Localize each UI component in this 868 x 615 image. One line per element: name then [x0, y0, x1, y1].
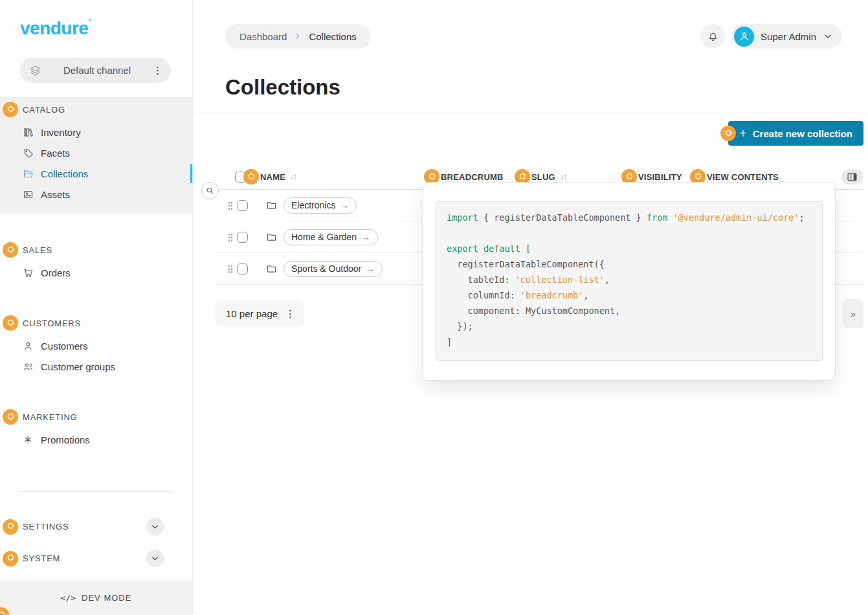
create-button-label: Create new collection — [753, 128, 852, 139]
page-title: Collections — [225, 74, 868, 101]
create-new-collection-button[interactable]: + Create new collection — [728, 121, 863, 146]
breadcrumb-current: Collections — [309, 31, 356, 42]
column-label: VIEW CONTENTS — [707, 172, 779, 182]
nav-section-sales: SALES Orders — [0, 238, 192, 283]
settings-collapse-button[interactable] — [146, 518, 164, 535]
dev-extension-badge[interactable] — [3, 242, 18, 258]
section-label: CATALOG — [23, 105, 65, 115]
sidebar-item-label: Facets — [41, 148, 70, 159]
sidebar-nav: CATALOG Inventory Facets Collections Ass… — [0, 97, 192, 572]
sidebar-item-assets[interactable]: Assets — [0, 184, 192, 205]
toolbar: + Create new collection — [194, 121, 863, 146]
dev-mode-code-popover: import { registerDataTableComponent } fr… — [423, 182, 836, 381]
plus-icon: + — [739, 126, 747, 141]
collection-name: Electronics — [291, 200, 335, 210]
chevron-down-icon — [150, 554, 160, 563]
column-label: SLUG — [531, 172, 555, 182]
sidebar-item-label: Collections — [41, 168, 88, 179]
users-icon — [23, 361, 34, 372]
folder-icon — [266, 232, 277, 243]
tag-icon — [23, 148, 34, 159]
user-name: Super Admin — [761, 31, 816, 42]
sort-icon[interactable]: ↓↑ — [560, 172, 566, 181]
collection-name: Home & Garden — [291, 232, 357, 242]
folder-icon — [266, 263, 277, 274]
section-label: SYSTEM — [23, 554, 60, 563]
breadcrumb: Dashboard Collections — [225, 24, 371, 49]
bell-icon — [707, 30, 719, 43]
kebab-icon[interactable]: ⋮ — [153, 65, 162, 75]
section-label: SETTINGS — [23, 522, 69, 531]
collection-link-chip[interactable]: Sports & Outdoor → — [284, 261, 383, 277]
dev-mode-toggle[interactable]: </> DEV MODE — [0, 581, 192, 615]
sidebar-item-facets[interactable]: Facets — [0, 142, 192, 163]
sidebar-item-inventory[interactable]: Inventory — [0, 122, 192, 142]
chevron-right-icon — [293, 32, 302, 41]
sidebar: vendure° Default channel ⋮ CATALOG Inven… — [0, 0, 193, 615]
select-checkbox[interactable] — [237, 263, 248, 274]
select-checkbox[interactable] — [237, 200, 248, 211]
vendure-logo[interactable]: vendure° — [20, 18, 192, 39]
search-button[interactable] — [201, 182, 219, 199]
section-label: CUSTOMERS — [23, 319, 81, 328]
collection-name: Sports & Outdoor — [291, 263, 361, 274]
column-label: VISIBILITY — [638, 172, 682, 182]
sidebar-item-label: Assets — [41, 189, 70, 200]
logo-trademark-mark: ° — [88, 17, 91, 25]
nav-section-settings: SETTINGS — [0, 513, 192, 540]
breadcrumb-dashboard-link[interactable]: Dashboard — [239, 31, 287, 42]
sidebar-item-customers[interactable]: Customers — [0, 335, 192, 356]
next-page-button[interactable]: » — [843, 299, 863, 328]
user-menu[interactable]: Super Admin — [731, 24, 842, 49]
sidebar-item-promotions[interactable]: Promotions — [0, 429, 192, 450]
column-label: BREADCRUMB — [441, 172, 504, 182]
code-brackets-icon: </> — [61, 593, 76, 603]
system-collapse-button[interactable] — [146, 550, 164, 567]
cart-icon — [23, 267, 34, 278]
channel-switcher[interactable]: Default channel ⋮ — [20, 58, 171, 83]
sort-icon[interactable]: ↓↑ — [290, 172, 296, 181]
sidebar-item-label: Inventory — [41, 127, 81, 138]
sidebar-item-label: Orders — [41, 267, 71, 278]
section-label: MARKETING — [23, 412, 77, 422]
sidebar-item-customer-groups[interactable]: Customer groups — [0, 356, 192, 377]
nav-section-header-catalog: CATALOG — [0, 97, 192, 122]
search-icon — [205, 186, 215, 196]
columns-icon — [847, 172, 858, 183]
collection-link-chip[interactable]: Home & Garden → — [284, 229, 378, 245]
dev-extension-badge[interactable] — [243, 169, 259, 184]
folder-open-icon — [23, 168, 34, 179]
folder-icon — [266, 200, 277, 211]
notifications-button[interactable] — [700, 24, 725, 49]
column-label: NAME — [260, 172, 285, 182]
code-snippet: import { registerDataTableComponent } fr… — [436, 201, 823, 361]
content-divider — [194, 113, 868, 113]
sidebar-divider — [18, 491, 171, 492]
items-per-page-select[interactable]: 10 per page ⋮ — [216, 300, 304, 326]
header-actions: Super Admin — [700, 24, 842, 49]
user-icon — [23, 341, 34, 352]
layers-icon — [29, 64, 41, 76]
drag-handle[interactable] — [228, 264, 233, 273]
sidebar-item-label: Promotions — [41, 434, 90, 445]
collection-link-chip[interactable]: Electronics → — [284, 197, 357, 214]
dev-extension-badge[interactable] — [3, 315, 18, 331]
dev-extension-badge[interactable] — [3, 551, 18, 566]
nav-section-customers: CUSTOMERS Customers Customer groups — [0, 311, 192, 377]
arrow-right-icon: → — [361, 232, 370, 242]
channel-label: Default channel — [41, 65, 153, 76]
sidebar-item-label: Customers — [41, 341, 88, 352]
dev-extension-badge[interactable] — [3, 102, 18, 117]
column-header-name[interactable]: NAME ↓↑ — [216, 169, 424, 184]
top-bar: Dashboard Collections Super Admin — [194, 0, 868, 49]
dev-extension-badge[interactable] — [3, 519, 18, 535]
dev-extension-badge[interactable] — [3, 409, 18, 425]
column-picker-button[interactable] — [841, 169, 863, 184]
sidebar-item-orders[interactable]: Orders — [0, 262, 192, 283]
dev-extension-badge[interactable] — [720, 126, 736, 141]
drag-handle[interactable] — [228, 232, 233, 241]
per-page-label: 10 per page — [226, 308, 278, 319]
sidebar-item-collections[interactable]: Collections — [0, 163, 192, 184]
select-checkbox[interactable] — [237, 232, 248, 243]
drag-handle[interactable] — [228, 201, 233, 210]
